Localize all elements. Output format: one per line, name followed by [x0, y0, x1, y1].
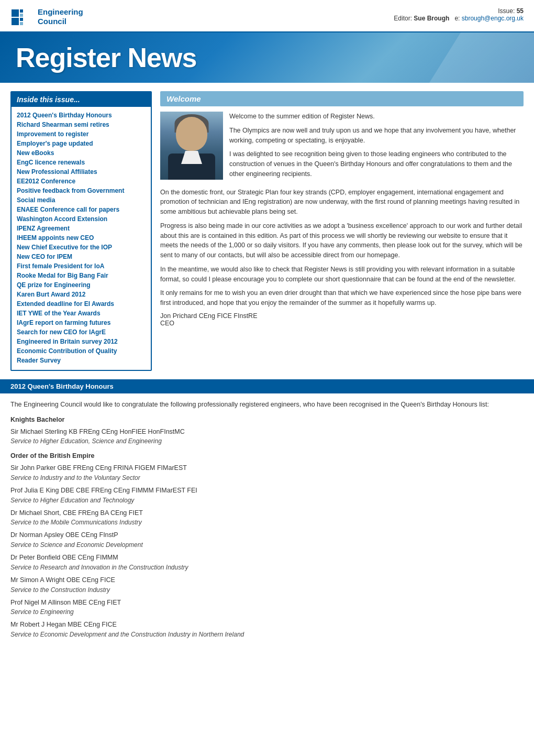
list-item: Improvement to register	[17, 130, 146, 138]
inside-list-link[interactable]: QE prize for Engineering	[17, 281, 91, 289]
photo-shirt	[181, 151, 202, 164]
photo-face	[176, 117, 207, 151]
inside-list-link[interactable]: Engineered in Britain survey 2012	[17, 338, 118, 345]
list-item: Extended deadline for EI Awards	[17, 300, 146, 308]
inside-list-link[interactable]: Richard Shearman semi retires	[17, 121, 109, 128]
list-item: New eBooks	[17, 149, 146, 157]
queens-honours-header: 2012 Queen's Birthday Honours	[0, 379, 534, 393]
inside-list-link[interactable]: ENAEE Conference call for papers	[17, 206, 119, 213]
inside-list-link[interactable]: IAgrE report on farming futures	[17, 319, 110, 326]
inside-list-link[interactable]: 2012 Queen's Birthday Honours	[17, 112, 112, 119]
list-item: Employer's page updated	[17, 139, 146, 147]
inside-list-link[interactable]: First female President for IoA	[17, 262, 104, 270]
person-service: Service to the Construction Industry	[10, 585, 524, 595]
inside-list-link[interactable]: New Professional Affiliates	[17, 168, 97, 176]
person-name: Prof Nigel M Allinson MBE CEng FIET	[10, 598, 524, 608]
welcome-text-right: Welcome to the summer edition of Registe…	[229, 112, 524, 183]
inside-list-link[interactable]: New CEO for IPEM	[17, 253, 72, 260]
person-name: Dr Peter Bonfield OBE CEng FIMMM	[10, 553, 524, 563]
list-item: EE2012 Conference	[17, 177, 146, 185]
honours-person: Mr Robert J Hegan MBE CEng FICEService t…	[10, 620, 524, 639]
inside-list-link[interactable]: IPENZ Agreement	[17, 225, 70, 232]
list-item: IET YWE of the Year Awards	[17, 309, 146, 317]
right-column: Welcome Welcome to the summer edition of…	[160, 91, 524, 371]
honours-category: Order of the British EmpireSir John Park…	[10, 451, 524, 639]
svg-rect-0	[12, 9, 19, 17]
person-service: Service to Engineering	[10, 607, 524, 617]
category-name: Knights Bachelor	[10, 415, 524, 425]
inside-list-link[interactable]: IHEEM appoints new CEO	[17, 234, 94, 242]
editor-email[interactable]: sbrough@engc.org.uk	[462, 15, 524, 22]
welcome-full-text: On the domestic front, our Strategic Pla…	[160, 188, 524, 308]
inside-list-link[interactable]: Karen Burt Award 2012	[17, 291, 85, 298]
inside-list-link[interactable]: Positive feedback from Government	[17, 187, 124, 194]
editor-name: Sue Brough	[414, 15, 449, 22]
list-item: Rooke Medal for Big Bang Fair	[17, 271, 146, 279]
list-item: QE prize for Engineering	[17, 281, 146, 289]
honours-person: Dr Peter Bonfield OBE CEng FIMMMService …	[10, 553, 524, 572]
signature-name: Jon Prichard CEng FICE FInstRE	[160, 312, 524, 320]
banner-shape	[429, 32, 534, 83]
issue-number: 55	[517, 7, 524, 15]
honours-person: Dr Norman Apsley OBE CEng FInstPService …	[10, 530, 524, 550]
ec-logo-icon	[10, 5, 34, 28]
honours-person: Dr Michael Short, CBE FREng BA CEng FIET…	[10, 508, 524, 528]
honours-person: Prof Nigel M Allinson MBE CEng FIETServi…	[10, 598, 524, 617]
inside-list-link[interactable]: Improvement to register	[17, 130, 88, 138]
inside-list-link[interactable]: EE2012 Conference	[17, 178, 75, 185]
list-item: IPENZ Agreement	[17, 224, 146, 232]
photo-body	[168, 154, 215, 180]
logo-line1: Engineering	[38, 7, 83, 17]
inside-list-link[interactable]: Washington Accord Extension	[17, 215, 107, 223]
main-content: Inside this issue... 2012 Queen's Birthd…	[0, 83, 534, 379]
inside-list-link[interactable]: Rooke Medal for Big Bang Fair	[17, 272, 108, 279]
list-item: ENAEE Conference call for papers	[17, 205, 146, 213]
honours-person: Sir John Parker GBE FREng CEng FRINA FIG…	[10, 463, 524, 483]
svg-rect-2	[20, 9, 23, 13]
inside-list-link[interactable]: Employer's page updated	[17, 140, 93, 147]
person-service: Service to Higher Education and Technolo…	[10, 496, 524, 505]
list-item: Richard Shearman semi retires	[17, 120, 146, 128]
inside-list-link[interactable]: Search for new CEO for IAgrE	[17, 328, 106, 336]
svg-rect-5	[20, 22, 23, 25]
logo-line2: Council	[38, 17, 83, 26]
honours-categories: Knights BachelorSir Michael Sterling KB …	[10, 415, 524, 639]
list-item: EngC licence renewals	[17, 158, 146, 166]
inside-list-link[interactable]: Economic Contribution of Quality	[17, 347, 117, 355]
inside-list-link[interactable]: IET YWE of the Year Awards	[17, 310, 101, 317]
person-name: Mr Robert J Hegan MBE CEng FICE	[10, 620, 524, 630]
svg-rect-1	[12, 18, 19, 25]
list-item: 2012 Queen's Birthday Honours	[17, 111, 146, 119]
inside-list-link[interactable]: Extended deadline for EI Awards	[17, 300, 114, 308]
svg-rect-3	[20, 14, 23, 17]
list-item: IAgrE report on farming futures	[17, 319, 146, 326]
welcome-content: Welcome to the summer edition of Registe…	[160, 112, 524, 183]
person-service: Service to Economic Development and the …	[10, 630, 524, 639]
honours-intro: The Engineering Council would like to co…	[10, 400, 524, 410]
person-name: Sir John Parker GBE FREng CEng FRINA FIG…	[10, 463, 524, 473]
welcome-heading: Welcome	[160, 91, 524, 106]
list-item: First female President for IoA	[17, 262, 146, 270]
welcome-paragraph: The Olympics are now well and truly upon…	[229, 126, 524, 146]
inside-list-link[interactable]: Social media	[17, 196, 55, 204]
person-name: Prof Julia E King DBE CBE FREng CEng FIM…	[10, 486, 524, 496]
editor-label: Editor:	[394, 15, 412, 22]
list-item: New CEO for IPEM	[17, 253, 146, 260]
welcome-paragraph: Progress is also being made in our core …	[160, 221, 524, 260]
person-service: Service to Science and Economic Developm…	[10, 540, 524, 550]
inside-box: Inside this issue... 2012 Queen's Birthd…	[10, 91, 152, 371]
person-name: Sir Michael Sterling KB FREng CEng HonFI…	[10, 427, 524, 437]
inside-list-link[interactable]: New Chief Executive for the IOP	[17, 244, 112, 251]
signature-title: CEO	[160, 320, 524, 327]
person-name: Dr Norman Apsley OBE CEng FInstP	[10, 530, 524, 540]
list-item: Search for new CEO for IAgrE	[17, 328, 146, 336]
inside-list-link[interactable]: Reader Survey	[17, 357, 61, 364]
queens-honours-content: The Engineering Council would like to co…	[0, 393, 534, 649]
honours-person: Sir Michael Sterling KB FREng CEng HonFI…	[10, 427, 524, 446]
issue-label: Issue:	[498, 7, 515, 15]
inside-list-link[interactable]: New eBooks	[17, 149, 54, 157]
logo-text: Engineering Council	[38, 7, 83, 26]
honours-category: Knights BachelorSir Michael Sterling KB …	[10, 415, 524, 446]
welcome-paragraph: In the meantime, we would also like to c…	[160, 265, 524, 284]
inside-list-link[interactable]: EngC licence renewals	[17, 159, 85, 166]
